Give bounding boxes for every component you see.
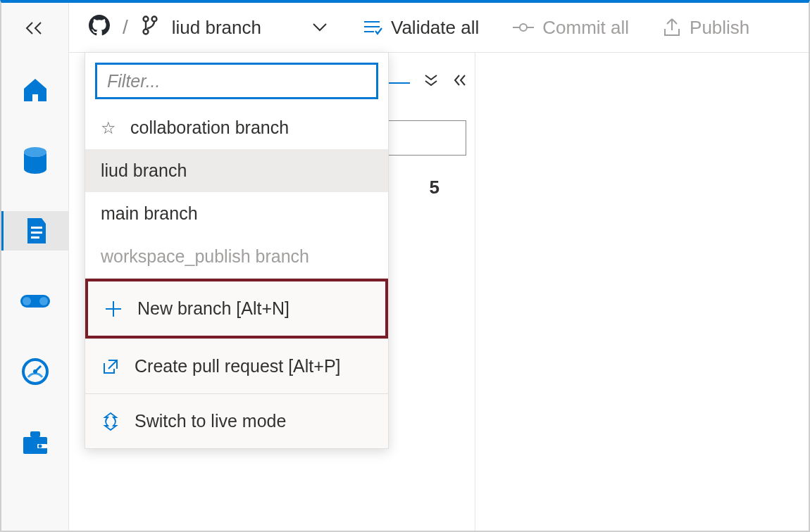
branch-item-workspace: workspace_publish branch — [85, 235, 388, 278]
svg-rect-11 — [30, 431, 40, 437]
svg-rect-1 — [31, 227, 42, 229]
star-icon: ☆ — [101, 118, 116, 138]
sidebar-item-home[interactable] — [1, 70, 69, 110]
external-link-icon — [101, 357, 120, 376]
breadcrumb: / liud branch — [89, 15, 328, 41]
svg-point-13 — [38, 445, 42, 448]
sidebar-item-integrate[interactable] — [1, 281, 69, 321]
left-sidebar — [1, 3, 69, 531]
new-branch-action[interactable]: New branch [Alt+N] — [85, 279, 388, 338]
svg-point-15 — [151, 16, 156, 21]
sidebar-item-manage[interactable] — [1, 422, 69, 462]
new-branch-label: New branch [Alt+N] — [137, 298, 289, 319]
branch-icon — [141, 15, 159, 41]
sidebar-item-develop[interactable] — [1, 211, 69, 251]
create-pr-action[interactable]: Create pull request [Alt+P] — [85, 338, 388, 393]
svg-point-16 — [143, 29, 148, 34]
vertical-divider — [475, 53, 475, 531]
expand-down-icon[interactable] — [424, 72, 438, 91]
switch-live-label: Switch to live mode — [135, 411, 286, 431]
publish-label: Publish — [690, 17, 749, 39]
publish-button[interactable]: Publish — [663, 17, 749, 39]
branch-selector[interactable]: liud branch — [172, 17, 261, 39]
svg-point-20 — [520, 24, 527, 31]
collapse-left-icon[interactable] — [452, 72, 466, 91]
branch-main-label: main branch — [101, 203, 198, 224]
panel-controls: — — [389, 70, 466, 94]
minus-icon[interactable]: — — [389, 70, 410, 94]
svg-point-6 — [39, 297, 48, 305]
sidebar-item-monitor[interactable] — [1, 352, 69, 391]
branch-liud-label: liud branch — [101, 160, 187, 181]
collapse-icon[interactable] — [21, 17, 49, 39]
branch-item-liud[interactable]: liud branch — [85, 149, 388, 192]
commit-all-button[interactable]: Commit all — [513, 17, 629, 39]
dropdown-actions: New branch [Alt+N] Create pull request [… — [85, 278, 388, 448]
switch-icon — [101, 412, 120, 431]
plus-icon — [104, 299, 123, 319]
branch-workspace-label: workspace_publish branch — [101, 246, 309, 267]
top-toolbar: / liud branch Validate all Commit all Pu… — [69, 3, 809, 52]
breadcrumb-slash: / — [123, 16, 128, 39]
filter-input[interactable] — [95, 63, 378, 99]
sidebar-item-data[interactable] — [1, 141, 69, 180]
collab-branch-item[interactable]: ☆ collaboration branch — [85, 106, 388, 149]
svg-rect-3 — [31, 236, 39, 239]
svg-line-9 — [35, 366, 41, 372]
switch-live-action[interactable]: Switch to live mode — [85, 393, 388, 448]
validate-all-button[interactable]: Validate all — [361, 17, 479, 39]
branch-dropdown: ☆ collaboration branch liud branch main … — [85, 52, 389, 449]
branch-item-main[interactable]: main branch — [85, 192, 388, 235]
create-pr-label: Create pull request [Alt+P] — [135, 356, 341, 376]
github-icon[interactable] — [89, 15, 110, 41]
filter-wrap — [85, 53, 388, 106]
svg-rect-2 — [31, 232, 42, 234]
svg-point-14 — [143, 16, 148, 21]
validate-all-label: Validate all — [391, 17, 479, 39]
svg-point-5 — [23, 297, 31, 305]
collab-branch-label: collaboration branch — [130, 118, 289, 138]
chevron-down-icon[interactable] — [312, 18, 328, 37]
panel-count: 5 — [430, 177, 440, 198]
svg-point-0 — [24, 147, 46, 157]
commit-all-label: Commit all — [542, 17, 629, 39]
